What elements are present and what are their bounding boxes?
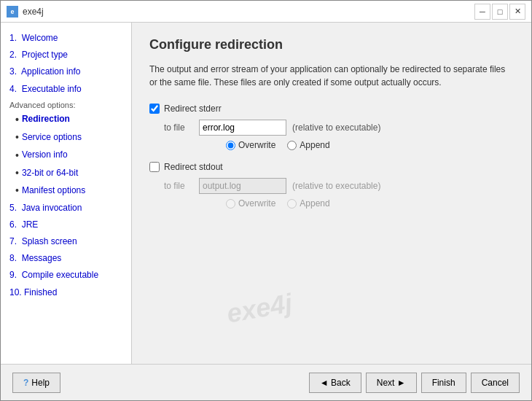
minimize-button[interactable]: ─: [474, 4, 490, 20]
stdout-append-radio[interactable]: [287, 199, 297, 209]
stdout-overwrite-option[interactable]: Overwrite: [226, 198, 275, 209]
stderr-checkbox-row: Redirect stderr: [149, 104, 514, 114]
app-icon: e: [7, 6, 18, 17]
sidebar-item-service-options-label: Service options: [22, 131, 82, 144]
sidebar-item-32bit-64bit-label: 32-bit or 64-bit: [22, 166, 78, 180]
stdout-radio-row: Overwrite Append: [226, 198, 514, 209]
back-button[interactable]: ◄ Back: [309, 373, 361, 393]
maximize-button[interactable]: □: [492, 4, 508, 20]
bullet-icon: •: [15, 165, 19, 181]
sidebar-item-welcome[interactable]: 1. Welcome: [1, 30, 131, 47]
sidebar-item-service-options[interactable]: • Service options: [1, 128, 131, 146]
advanced-options-header: Advanced options:: [1, 98, 131, 111]
stdout-overwrite-label: Overwrite: [238, 198, 275, 209]
sidebar-item-finished[interactable]: 10. Finished: [1, 284, 131, 301]
sidebar-item-messages[interactable]: 8. Messages: [1, 250, 131, 267]
watermark: exe4j: [224, 287, 294, 329]
sidebar-item-compile-executable[interactable]: 9. Compile executable: [1, 267, 131, 284]
sidebar-item-redirection[interactable]: • Redirection: [1, 111, 131, 128]
stderr-checkbox[interactable]: [149, 104, 160, 114]
stderr-append-option[interactable]: Append: [287, 140, 329, 150]
stderr-file-label: to file: [164, 122, 193, 133]
page-title: Configure redirection: [149, 37, 514, 52]
sidebar-item-executable-info[interactable]: 4. Executable info: [1, 81, 131, 98]
sidebar-item-splash-screen[interactable]: 7. Splash screen: [1, 233, 131, 250]
stdout-checkbox-row: Redirect stdout: [149, 162, 514, 172]
stdout-file-input[interactable]: [199, 178, 286, 194]
page-description: The output and error stream of your appl…: [149, 63, 514, 89]
stderr-append-radio[interactable]: [287, 141, 297, 150]
title-bar-left: e exe4j: [7, 6, 44, 17]
title-bar: e exe4j ─ □ ✕: [1, 1, 531, 23]
back-label: ◄ Back: [320, 378, 351, 388]
sidebar-item-jre[interactable]: 6. JRE: [1, 217, 131, 233]
bullet-icon: •: [15, 129, 19, 145]
sidebar-item-application-info[interactable]: 3. Application info: [1, 63, 131, 80]
stderr-radio-row: Overwrite Append: [226, 140, 514, 150]
stderr-section: Redirect stderr to file (relative to exe…: [149, 104, 514, 150]
stderr-overwrite-label: Overwrite: [238, 140, 275, 150]
bullet-icon: •: [15, 147, 19, 163]
stdout-file-label: to file: [164, 181, 193, 191]
bullet-icon: •: [15, 112, 19, 128]
window-title: exe4j: [23, 7, 44, 17]
stderr-overwrite-radio[interactable]: [226, 141, 235, 150]
sidebar-item-32bit-64bit[interactable]: • 32-bit or 64-bit: [1, 164, 131, 182]
stdout-append-label: Append: [300, 198, 329, 209]
content-area: Configure redirection The output and err…: [132, 23, 531, 364]
close-button[interactable]: ✕: [509, 4, 525, 20]
cancel-label: Cancel: [482, 378, 509, 388]
cancel-button[interactable]: Cancel: [471, 373, 520, 393]
stderr-append-label: Append: [300, 140, 329, 150]
bullet-icon: •: [15, 182, 19, 198]
footer-right: ◄ Back Next ► Finish Cancel: [309, 373, 520, 393]
sidebar-item-project-type[interactable]: 2. Project type: [1, 47, 131, 63]
stderr-overwrite-option[interactable]: Overwrite: [226, 140, 275, 150]
sidebar-item-redirection-label: Redirection: [22, 112, 70, 126]
stdout-file-hint: (relative to executable): [292, 181, 380, 191]
sidebar-item-version-info[interactable]: • Version info: [1, 147, 131, 164]
stdout-section: Redirect stdout to file (relative to exe…: [149, 162, 514, 209]
footer-left: ? Help: [12, 373, 60, 393]
main-content: 1. Welcome 2. Project type 3. Applicatio…: [1, 23, 531, 364]
stderr-label[interactable]: Redirect stderr: [164, 104, 222, 114]
sidebar-item-manifest-options-label: Manifest options: [22, 184, 85, 198]
finish-button[interactable]: Finish: [421, 373, 466, 393]
stdout-overwrite-radio[interactable]: [226, 199, 235, 209]
help-icon: ?: [23, 378, 28, 388]
finish-label: Finish: [432, 378, 455, 388]
footer: ? Help ◄ Back Next ► Finish Cancel: [1, 364, 531, 400]
stdout-append-option[interactable]: Append: [287, 198, 329, 209]
help-label: Help: [31, 378, 50, 388]
sidebar-item-version-info-label: Version info: [22, 148, 68, 162]
stderr-file-hint: (relative to executable): [292, 122, 380, 133]
stdout-file-row: to file (relative to executable): [164, 178, 514, 194]
stdout-checkbox[interactable]: [149, 162, 160, 172]
stderr-file-input[interactable]: [199, 120, 286, 136]
stdout-label[interactable]: Redirect stdout: [164, 162, 223, 172]
main-window: e exe4j ─ □ ✕ 1. Welcome 2. Project type…: [0, 0, 532, 401]
title-controls: ─ □ ✕: [474, 4, 525, 20]
sidebar: 1. Welcome 2. Project type 3. Applicatio…: [1, 23, 132, 364]
next-label: Next ►: [377, 378, 406, 388]
help-button[interactable]: ? Help: [12, 373, 60, 393]
next-button[interactable]: Next ►: [366, 373, 417, 393]
sidebar-item-manifest-options[interactable]: • Manifest options: [1, 182, 131, 199]
sidebar-item-java-invocation[interactable]: 5. Java invocation: [1, 200, 131, 217]
stderr-file-row: to file (relative to executable): [164, 120, 514, 136]
